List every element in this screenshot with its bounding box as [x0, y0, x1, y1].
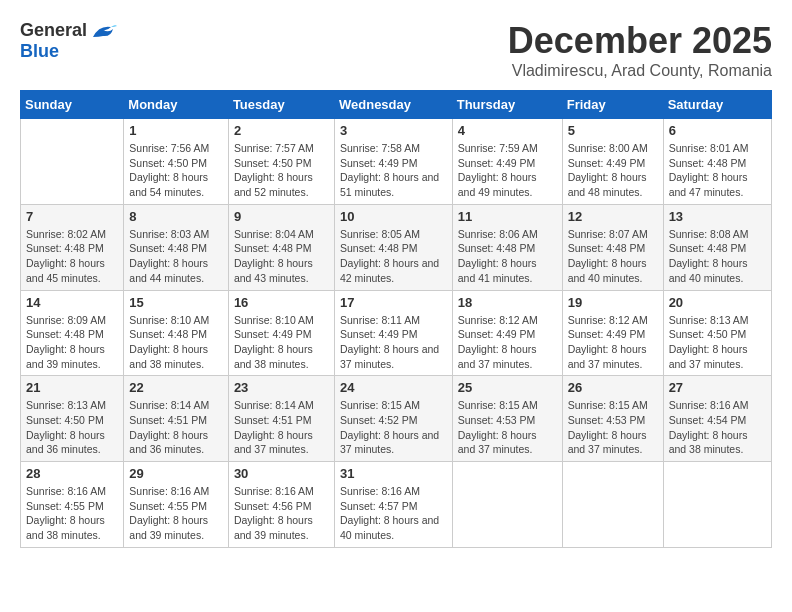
day-number: 22	[129, 380, 223, 395]
month-title: December 2025	[508, 20, 772, 62]
day-info: Sunrise: 8:12 AMSunset: 4:49 PMDaylight:…	[568, 313, 658, 372]
calendar-cell: 23Sunrise: 8:14 AMSunset: 4:51 PMDayligh…	[228, 376, 334, 462]
day-info: Sunrise: 7:59 AMSunset: 4:49 PMDaylight:…	[458, 141, 557, 200]
day-number: 20	[669, 295, 766, 310]
calendar-week-row: 14Sunrise: 8:09 AMSunset: 4:48 PMDayligh…	[21, 290, 772, 376]
day-info: Sunrise: 8:16 AMSunset: 4:54 PMDaylight:…	[669, 398, 766, 457]
calendar-cell: 14Sunrise: 8:09 AMSunset: 4:48 PMDayligh…	[21, 290, 124, 376]
calendar-cell: 12Sunrise: 8:07 AMSunset: 4:48 PMDayligh…	[562, 204, 663, 290]
day-number: 17	[340, 295, 447, 310]
day-number: 25	[458, 380, 557, 395]
day-info: Sunrise: 8:05 AMSunset: 4:48 PMDaylight:…	[340, 227, 447, 286]
day-number: 16	[234, 295, 329, 310]
day-number: 5	[568, 123, 658, 138]
calendar-cell: 27Sunrise: 8:16 AMSunset: 4:54 PMDayligh…	[663, 376, 771, 462]
calendar-cell: 2Sunrise: 7:57 AMSunset: 4:50 PMDaylight…	[228, 119, 334, 205]
day-number: 21	[26, 380, 118, 395]
weekday-header-tuesday: Tuesday	[228, 91, 334, 119]
calendar-cell: 13Sunrise: 8:08 AMSunset: 4:48 PMDayligh…	[663, 204, 771, 290]
calendar-week-row: 7Sunrise: 8:02 AMSunset: 4:48 PMDaylight…	[21, 204, 772, 290]
day-number: 6	[669, 123, 766, 138]
weekday-header-saturday: Saturday	[663, 91, 771, 119]
day-info: Sunrise: 8:10 AMSunset: 4:48 PMDaylight:…	[129, 313, 223, 372]
day-info: Sunrise: 8:14 AMSunset: 4:51 PMDaylight:…	[129, 398, 223, 457]
day-info: Sunrise: 8:14 AMSunset: 4:51 PMDaylight:…	[234, 398, 329, 457]
day-number: 1	[129, 123, 223, 138]
calendar-cell: 8Sunrise: 8:03 AMSunset: 4:48 PMDaylight…	[124, 204, 229, 290]
day-number: 2	[234, 123, 329, 138]
day-number: 9	[234, 209, 329, 224]
day-info: Sunrise: 8:06 AMSunset: 4:48 PMDaylight:…	[458, 227, 557, 286]
day-number: 24	[340, 380, 447, 395]
calendar-cell: 28Sunrise: 8:16 AMSunset: 4:55 PMDayligh…	[21, 462, 124, 548]
calendar-cell: 21Sunrise: 8:13 AMSunset: 4:50 PMDayligh…	[21, 376, 124, 462]
calendar-cell	[452, 462, 562, 548]
day-number: 29	[129, 466, 223, 481]
calendar-week-row: 21Sunrise: 8:13 AMSunset: 4:50 PMDayligh…	[21, 376, 772, 462]
day-info: Sunrise: 8:16 AMSunset: 4:57 PMDaylight:…	[340, 484, 447, 543]
calendar-cell: 18Sunrise: 8:12 AMSunset: 4:49 PMDayligh…	[452, 290, 562, 376]
day-number: 19	[568, 295, 658, 310]
day-number: 8	[129, 209, 223, 224]
day-number: 15	[129, 295, 223, 310]
calendar-cell	[21, 119, 124, 205]
calendar-cell: 15Sunrise: 8:10 AMSunset: 4:48 PMDayligh…	[124, 290, 229, 376]
logo-bird-icon	[89, 23, 117, 41]
day-number: 28	[26, 466, 118, 481]
day-info: Sunrise: 8:02 AMSunset: 4:48 PMDaylight:…	[26, 227, 118, 286]
calendar-cell: 16Sunrise: 8:10 AMSunset: 4:49 PMDayligh…	[228, 290, 334, 376]
calendar-cell: 19Sunrise: 8:12 AMSunset: 4:49 PMDayligh…	[562, 290, 663, 376]
day-info: Sunrise: 7:58 AMSunset: 4:49 PMDaylight:…	[340, 141, 447, 200]
calendar-cell: 9Sunrise: 8:04 AMSunset: 4:48 PMDaylight…	[228, 204, 334, 290]
day-info: Sunrise: 7:57 AMSunset: 4:50 PMDaylight:…	[234, 141, 329, 200]
day-number: 10	[340, 209, 447, 224]
page-header: General Blue December 2025 Vladimirescu,…	[20, 20, 772, 80]
day-info: Sunrise: 8:07 AMSunset: 4:48 PMDaylight:…	[568, 227, 658, 286]
weekday-header-friday: Friday	[562, 91, 663, 119]
weekday-header-sunday: Sunday	[21, 91, 124, 119]
day-info: Sunrise: 8:13 AMSunset: 4:50 PMDaylight:…	[669, 313, 766, 372]
day-number: 18	[458, 295, 557, 310]
calendar-cell: 26Sunrise: 8:15 AMSunset: 4:53 PMDayligh…	[562, 376, 663, 462]
calendar-cell: 24Sunrise: 8:15 AMSunset: 4:52 PMDayligh…	[334, 376, 452, 462]
calendar-cell: 17Sunrise: 8:11 AMSunset: 4:49 PMDayligh…	[334, 290, 452, 376]
day-number: 14	[26, 295, 118, 310]
day-info: Sunrise: 8:16 AMSunset: 4:56 PMDaylight:…	[234, 484, 329, 543]
logo-blue-text: Blue	[20, 41, 59, 61]
day-number: 7	[26, 209, 118, 224]
calendar-cell: 10Sunrise: 8:05 AMSunset: 4:48 PMDayligh…	[334, 204, 452, 290]
day-number: 27	[669, 380, 766, 395]
location-subtitle: Vladimirescu, Arad County, Romania	[508, 62, 772, 80]
logo-general-text: General	[20, 20, 87, 41]
calendar-week-row: 1Sunrise: 7:56 AMSunset: 4:50 PMDaylight…	[21, 119, 772, 205]
day-info: Sunrise: 8:15 AMSunset: 4:53 PMDaylight:…	[458, 398, 557, 457]
weekday-header-monday: Monday	[124, 91, 229, 119]
day-info: Sunrise: 8:12 AMSunset: 4:49 PMDaylight:…	[458, 313, 557, 372]
day-number: 4	[458, 123, 557, 138]
day-info: Sunrise: 8:10 AMSunset: 4:49 PMDaylight:…	[234, 313, 329, 372]
day-info: Sunrise: 8:03 AMSunset: 4:48 PMDaylight:…	[129, 227, 223, 286]
calendar-cell: 7Sunrise: 8:02 AMSunset: 4:48 PMDaylight…	[21, 204, 124, 290]
day-info: Sunrise: 8:11 AMSunset: 4:49 PMDaylight:…	[340, 313, 447, 372]
day-info: Sunrise: 8:01 AMSunset: 4:48 PMDaylight:…	[669, 141, 766, 200]
day-info: Sunrise: 8:00 AMSunset: 4:49 PMDaylight:…	[568, 141, 658, 200]
calendar-cell: 6Sunrise: 8:01 AMSunset: 4:48 PMDaylight…	[663, 119, 771, 205]
day-number: 30	[234, 466, 329, 481]
calendar-cell: 1Sunrise: 7:56 AMSunset: 4:50 PMDaylight…	[124, 119, 229, 205]
calendar-cell: 25Sunrise: 8:15 AMSunset: 4:53 PMDayligh…	[452, 376, 562, 462]
day-number: 26	[568, 380, 658, 395]
weekday-header-wednesday: Wednesday	[334, 91, 452, 119]
calendar-cell: 5Sunrise: 8:00 AMSunset: 4:49 PMDaylight…	[562, 119, 663, 205]
title-section: December 2025 Vladimirescu, Arad County,…	[508, 20, 772, 80]
calendar-cell: 11Sunrise: 8:06 AMSunset: 4:48 PMDayligh…	[452, 204, 562, 290]
calendar-cell	[562, 462, 663, 548]
calendar-week-row: 28Sunrise: 8:16 AMSunset: 4:55 PMDayligh…	[21, 462, 772, 548]
calendar-cell: 30Sunrise: 8:16 AMSunset: 4:56 PMDayligh…	[228, 462, 334, 548]
calendar-cell: 22Sunrise: 8:14 AMSunset: 4:51 PMDayligh…	[124, 376, 229, 462]
day-number: 3	[340, 123, 447, 138]
day-info: Sunrise: 8:09 AMSunset: 4:48 PMDaylight:…	[26, 313, 118, 372]
day-info: Sunrise: 8:08 AMSunset: 4:48 PMDaylight:…	[669, 227, 766, 286]
calendar-table: SundayMondayTuesdayWednesdayThursdayFrid…	[20, 90, 772, 548]
day-info: Sunrise: 8:16 AMSunset: 4:55 PMDaylight:…	[129, 484, 223, 543]
calendar-cell: 20Sunrise: 8:13 AMSunset: 4:50 PMDayligh…	[663, 290, 771, 376]
